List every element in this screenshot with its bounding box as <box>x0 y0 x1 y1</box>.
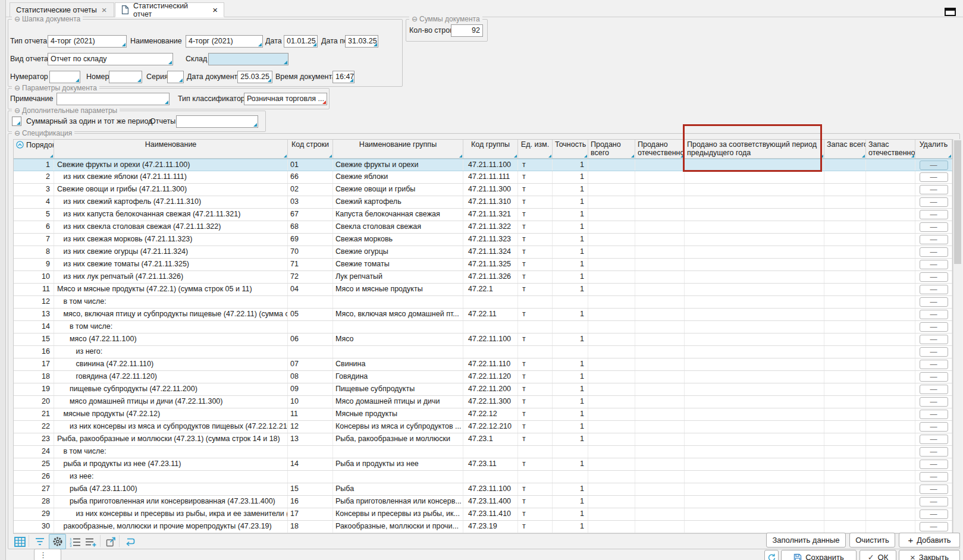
classifier-field[interactable]: Розничная торговля ... <box>244 93 327 105</box>
delete-row-button[interactable]: — <box>920 509 948 519</box>
collapse-icon[interactable]: ⊖ <box>14 15 20 23</box>
column-header-delete[interactable]: Удалить <box>915 140 952 158</box>
open-external-button[interactable] <box>102 534 120 549</box>
reports-field[interactable] <box>176 115 258 128</box>
table-row[interactable]: 8из них свежие огурцы (47.21.11.324)70Св… <box>14 246 952 259</box>
delete-row-button[interactable]: — <box>920 522 948 531</box>
column-header-name[interactable]: Наименование <box>54 140 288 158</box>
table-row[interactable]: 2из них свежие яблоки (47.21.11.111)66Св… <box>14 171 952 184</box>
table-row[interactable]: 26из нее:— <box>14 471 952 483</box>
column-header-sold-domestic[interactable]: Проданоотечественног <box>635 140 685 158</box>
table-row[interactable]: 15мясо (47.22.11.100)06Мясо47.22.11.100т… <box>14 334 952 346</box>
numbered-list-button[interactable]: 123 <box>67 534 84 549</box>
table-row[interactable]: 20мясо домашней птицы и дичи (47.22.11.3… <box>14 396 952 408</box>
table-row[interactable]: 21мясные продукты (47.22.12)11Мясные про… <box>14 408 952 421</box>
window-maximize-icon[interactable] <box>945 8 956 16</box>
table-row[interactable]: 29из них консервы и пресервы из рыбы, ик… <box>14 508 952 521</box>
rows-count-field[interactable]: 92 <box>451 24 483 37</box>
delete-row-button[interactable]: — <box>920 410 948 419</box>
delete-row-button[interactable]: — <box>920 347 948 357</box>
tab-statistical-report[interactable]: Статистический отчет × <box>115 2 224 17</box>
filter-button[interactable] <box>31 534 48 549</box>
collapse-icon[interactable]: ⊖ <box>412 15 418 23</box>
left-panel-splitter[interactable] <box>0 0 6 560</box>
table-row[interactable]: 10из них лук репчатый (47.21.11.326)72Лу… <box>14 271 952 284</box>
table-row[interactable]: 6из них свекла столовая свежая (47.21.11… <box>14 221 952 234</box>
table-row[interactable]: 24в том числе:— <box>14 446 952 458</box>
delete-row-button[interactable]: — <box>920 322 948 332</box>
table-row[interactable]: 22из них консервы из мяса и субпродуктов… <box>14 421 952 433</box>
report-type-field[interactable]: 4-торг (2021) <box>48 35 127 48</box>
table-row[interactable]: 7из них свежая морковь (47.21.11.323)69С… <box>14 234 952 246</box>
ok-button[interactable]: ✓ОК <box>860 550 896 560</box>
delete-row-button[interactable]: — <box>920 485 948 494</box>
fill-data-button[interactable]: Заполнить данные <box>766 533 846 548</box>
date-to-field[interactable]: 31.03.25 <box>345 35 378 48</box>
table-row[interactable]: 9из них свежие томаты (47.21.11.325)71Св… <box>14 259 952 271</box>
collapse-icon[interactable]: ⊖ <box>14 106 20 115</box>
table-row[interactable]: 23Рыба, ракообразные и моллюски (47.23.1… <box>14 433 952 446</box>
note-field[interactable] <box>57 93 170 105</box>
delete-row-button[interactable]: — <box>920 310 948 319</box>
table-row[interactable]: 14в том числе:— <box>14 321 952 334</box>
table-row[interactable]: 27рыба (47.23.11.100)15Рыба47.23.11.100т… <box>14 483 952 496</box>
delete-row-button[interactable]: — <box>920 185 948 194</box>
table-row[interactable]: 1Свежие фрукты и орехи (47.21.11.100)01С… <box>14 159 952 171</box>
delete-row-button[interactable]: — <box>920 272 948 282</box>
column-header-stock-domestic[interactable]: Запасотечественног <box>866 140 915 158</box>
table-row[interactable]: 5из них капуста белокочанная свежая (47.… <box>14 209 952 221</box>
table-row[interactable]: 18говядина (47.22.11.120)08Говядина47.22… <box>14 371 952 383</box>
table-row[interactable]: 17свинина (47.22.11.110)07Свинина47.22.1… <box>14 358 952 371</box>
delete-row-button[interactable]: — <box>920 197 948 207</box>
add-button[interactable]: +Добавить <box>899 533 960 548</box>
column-header-sold-total[interactable]: Продановсего <box>588 140 635 158</box>
table-row[interactable]: 30ракообразные, моллюски и прочие морепр… <box>14 521 952 533</box>
table-grid-button[interactable] <box>11 534 29 549</box>
collapse-icon[interactable]: ⊖ <box>14 129 20 137</box>
list-add-button[interactable] <box>82 534 99 549</box>
summary-checkbox[interactable] <box>12 117 21 126</box>
sort-ascending-icon[interactable] <box>16 141 24 149</box>
delete-row-button[interactable]: — <box>920 447 948 457</box>
table-row[interactable]: 4из них свежий картофель (47.21.11.310)0… <box>14 196 952 209</box>
refresh-button[interactable] <box>764 550 779 560</box>
delete-row-button[interactable]: — <box>920 335 948 344</box>
scrollbar-thumb[interactable] <box>954 140 961 264</box>
table-row[interactable]: 13мясо, включая птицу и субпродукты пище… <box>14 309 952 321</box>
delete-row-button[interactable]: — <box>920 360 948 369</box>
column-header-stock-total[interactable]: Запас всего <box>824 140 866 158</box>
column-header-order[interactable]: Порядок <box>14 140 54 158</box>
delete-row-button[interactable]: — <box>920 222 948 232</box>
more-menu-button[interactable]: ⋮ <box>34 549 61 560</box>
delete-row-button[interactable]: — <box>920 460 948 469</box>
delete-row-button[interactable]: — <box>920 297 948 307</box>
delete-row-button[interactable]: — <box>920 385 948 394</box>
close-button[interactable]: ×Закрыть <box>899 550 960 560</box>
delete-row-button[interactable]: — <box>920 422 948 432</box>
series-field[interactable] <box>167 71 184 83</box>
warehouse-field[interactable] <box>208 53 288 65</box>
delete-row-button[interactable]: — <box>920 397 948 407</box>
clear-button[interactable]: Очистить <box>849 533 895 548</box>
vertical-scrollbar[interactable] <box>953 139 962 533</box>
delete-row-button[interactable]: — <box>920 435 948 444</box>
collapse-icon[interactable]: ⊖ <box>14 84 20 92</box>
table-row[interactable]: 25рыба и продукты из нее (47.23.11)14Рыб… <box>14 458 952 471</box>
delete-row-button[interactable]: — <box>920 285 948 294</box>
delete-row-button[interactable]: — <box>920 247 948 257</box>
close-icon[interactable]: × <box>212 5 218 14</box>
column-header-precision[interactable]: Точность <box>553 140 588 158</box>
delete-row-button[interactable]: — <box>920 161 948 170</box>
name-field[interactable]: 4-торг (2021) <box>186 35 263 48</box>
column-header-sold-prev-period[interactable]: Продано за соответствующий периодпредыду… <box>685 140 824 158</box>
delete-row-button[interactable]: — <box>920 472 948 482</box>
column-header-group-code[interactable]: Код группы <box>463 140 518 158</box>
table-row[interactable]: 3Свежие овощи и грибы (47.21.11.300)02Св… <box>14 184 952 196</box>
table-row[interactable]: 12в том числе:— <box>14 296 952 309</box>
delete-row-button[interactable]: — <box>920 260 948 269</box>
table-row[interactable]: 16из него:— <box>14 346 952 358</box>
number-field[interactable] <box>109 71 142 83</box>
delete-row-button[interactable]: — <box>920 172 948 182</box>
delete-row-button[interactable]: — <box>920 372 948 382</box>
column-header-group-name[interactable]: Наименование группы <box>333 140 463 158</box>
